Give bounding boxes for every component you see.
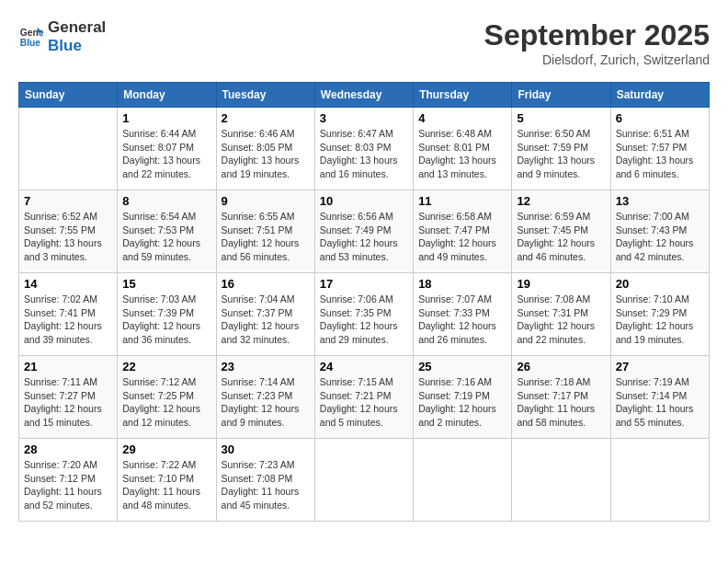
day-number: 3 (320, 111, 408, 125)
day-number: 8 (122, 194, 210, 208)
calendar-cell: 14Sunrise: 7:02 AMSunset: 7:41 PMDayligh… (19, 273, 118, 356)
col-header-sunday: Sunday (19, 83, 118, 108)
day-number: 24 (320, 360, 408, 373)
logo: General Blue General Blue (18, 18, 106, 56)
day-number: 17 (320, 277, 408, 291)
day-number: 13 (616, 194, 704, 208)
day-info: Sunrise: 6:59 AMSunset: 7:45 PMDaylight:… (517, 210, 605, 264)
calendar-cell (414, 439, 512, 522)
day-number: 2 (222, 111, 310, 125)
calendar-cell: 3Sunrise: 6:47 AMSunset: 8:03 PMDaylight… (314, 108, 413, 190)
col-header-thursday: Thursday (414, 83, 512, 108)
day-number: 23 (222, 360, 310, 373)
calendar-cell: 13Sunrise: 7:00 AMSunset: 7:43 PMDayligh… (610, 190, 709, 273)
location: Dielsdorf, Zurich, Switzerland (484, 52, 710, 67)
calendar-week-2: 7Sunrise: 6:52 AMSunset: 7:55 PMDaylight… (19, 190, 710, 273)
month-title: September 2025 (484, 18, 710, 52)
day-number: 20 (616, 277, 704, 291)
day-info: Sunrise: 7:11 AMSunset: 7:27 PMDaylight:… (24, 375, 112, 430)
col-header-wednesday: Wednesday (314, 83, 413, 108)
day-info: Sunrise: 6:50 AMSunset: 7:59 PMDaylight:… (517, 127, 605, 181)
calendar-cell: 25Sunrise: 7:16 AMSunset: 7:19 PMDayligh… (414, 356, 512, 439)
day-number: 4 (418, 111, 506, 125)
day-info: Sunrise: 6:52 AMSunset: 7:55 PMDaylight:… (24, 210, 112, 264)
day-info: Sunrise: 6:44 AMSunset: 8:07 PMDaylight:… (122, 127, 210, 181)
calendar-cell: 22Sunrise: 7:12 AMSunset: 7:25 PMDayligh… (118, 356, 216, 439)
day-info: Sunrise: 7:04 AMSunset: 7:37 PMDaylight:… (222, 293, 310, 347)
day-number: 10 (320, 194, 408, 208)
day-info: Sunrise: 6:46 AMSunset: 8:05 PMDaylight:… (222, 127, 310, 181)
day-info: Sunrise: 6:54 AMSunset: 7:53 PMDaylight:… (122, 210, 210, 264)
calendar-cell: 16Sunrise: 7:04 AMSunset: 7:37 PMDayligh… (216, 273, 314, 356)
calendar-cell (512, 439, 610, 522)
day-number: 18 (418, 277, 506, 291)
svg-text:Blue: Blue (20, 39, 41, 49)
col-header-tuesday: Tuesday (216, 83, 314, 108)
calendar-cell: 19Sunrise: 7:08 AMSunset: 7:31 PMDayligh… (512, 273, 610, 356)
calendar-cell: 27Sunrise: 7:19 AMSunset: 7:14 PMDayligh… (610, 356, 709, 439)
day-info: Sunrise: 7:00 AMSunset: 7:43 PMDaylight:… (616, 210, 704, 264)
day-info: Sunrise: 7:07 AMSunset: 7:33 PMDaylight:… (418, 293, 506, 347)
day-number: 15 (122, 277, 210, 291)
day-number: 9 (222, 194, 310, 208)
calendar-cell: 7Sunrise: 6:52 AMSunset: 7:55 PMDaylight… (19, 190, 118, 273)
calendar-cell: 1Sunrise: 6:44 AMSunset: 8:07 PMDaylight… (118, 108, 216, 190)
logo-blue: Blue (48, 37, 106, 55)
day-info: Sunrise: 6:48 AMSunset: 8:01 PMDaylight:… (418, 127, 506, 181)
title-block: September 2025 Dielsdorf, Zurich, Switze… (484, 18, 710, 67)
day-number: 7 (24, 194, 112, 208)
logo-general: General (48, 18, 106, 37)
calendar-cell: 18Sunrise: 7:07 AMSunset: 7:33 PMDayligh… (414, 273, 512, 356)
day-number: 29 (122, 442, 210, 456)
calendar-cell: 21Sunrise: 7:11 AMSunset: 7:27 PMDayligh… (19, 356, 118, 439)
calendar-table: SundayMondayTuesdayWednesdayThursdayFrid… (18, 82, 710, 522)
day-info: Sunrise: 7:15 AMSunset: 7:21 PMDaylight:… (320, 375, 408, 430)
day-number: 30 (222, 442, 310, 456)
day-info: Sunrise: 6:56 AMSunset: 7:49 PMDaylight:… (320, 210, 408, 264)
calendar-cell: 4Sunrise: 6:48 AMSunset: 8:01 PMDaylight… (414, 108, 512, 190)
day-number: 16 (222, 277, 310, 291)
day-number: 5 (517, 111, 605, 125)
page-header: General Blue General Blue September 2025… (18, 18, 710, 67)
calendar-week-4: 21Sunrise: 7:11 AMSunset: 7:27 PMDayligh… (19, 356, 710, 439)
col-header-friday: Friday (512, 83, 610, 108)
day-info: Sunrise: 7:19 AMSunset: 7:14 PMDaylight:… (616, 375, 704, 430)
day-number: 22 (122, 360, 210, 373)
day-number: 21 (24, 360, 112, 373)
calendar-week-1: 1Sunrise: 6:44 AMSunset: 8:07 PMDaylight… (19, 108, 710, 190)
calendar-cell: 24Sunrise: 7:15 AMSunset: 7:21 PMDayligh… (314, 356, 413, 439)
calendar-cell: 26Sunrise: 7:18 AMSunset: 7:17 PMDayligh… (512, 356, 610, 439)
calendar-cell: 11Sunrise: 6:58 AMSunset: 7:47 PMDayligh… (414, 190, 512, 273)
day-info: Sunrise: 7:14 AMSunset: 7:23 PMDaylight:… (222, 375, 310, 430)
day-number: 11 (418, 194, 506, 208)
calendar-header-row: SundayMondayTuesdayWednesdayThursdayFrid… (19, 83, 710, 108)
calendar-cell: 2Sunrise: 6:46 AMSunset: 8:05 PMDaylight… (216, 108, 314, 190)
day-info: Sunrise: 7:02 AMSunset: 7:41 PMDaylight:… (24, 293, 112, 347)
day-info: Sunrise: 7:16 AMSunset: 7:19 PMDaylight:… (418, 375, 506, 430)
calendar-cell: 5Sunrise: 6:50 AMSunset: 7:59 PMDaylight… (512, 108, 610, 190)
calendar-cell (610, 439, 709, 522)
calendar-cell (19, 108, 118, 190)
calendar-week-5: 28Sunrise: 7:20 AMSunset: 7:12 PMDayligh… (19, 439, 710, 522)
calendar-cell: 29Sunrise: 7:22 AMSunset: 7:10 PMDayligh… (118, 439, 216, 522)
calendar-cell: 28Sunrise: 7:20 AMSunset: 7:12 PMDayligh… (19, 439, 118, 522)
calendar-cell: 17Sunrise: 7:06 AMSunset: 7:35 PMDayligh… (314, 273, 413, 356)
day-info: Sunrise: 7:23 AMSunset: 7:08 PMDaylight:… (222, 458, 310, 512)
day-info: Sunrise: 7:03 AMSunset: 7:39 PMDaylight:… (122, 293, 210, 347)
day-number: 26 (517, 360, 605, 373)
day-number: 28 (24, 442, 112, 456)
calendar-week-3: 14Sunrise: 7:02 AMSunset: 7:41 PMDayligh… (19, 273, 710, 356)
day-number: 6 (616, 111, 704, 125)
day-info: Sunrise: 7:12 AMSunset: 7:25 PMDaylight:… (122, 375, 210, 430)
day-info: Sunrise: 6:51 AMSunset: 7:57 PMDaylight:… (616, 127, 704, 181)
calendar-cell: 12Sunrise: 6:59 AMSunset: 7:45 PMDayligh… (512, 190, 610, 273)
day-info: Sunrise: 7:18 AMSunset: 7:17 PMDaylight:… (517, 375, 605, 430)
day-number: 25 (418, 360, 506, 373)
calendar-cell: 15Sunrise: 7:03 AMSunset: 7:39 PMDayligh… (118, 273, 216, 356)
day-number: 19 (517, 277, 605, 291)
day-info: Sunrise: 7:22 AMSunset: 7:10 PMDaylight:… (122, 458, 210, 512)
day-info: Sunrise: 7:20 AMSunset: 7:12 PMDaylight:… (24, 458, 112, 512)
col-header-saturday: Saturday (610, 83, 709, 108)
logo-icon: General Blue (18, 24, 44, 50)
day-number: 14 (24, 277, 112, 291)
